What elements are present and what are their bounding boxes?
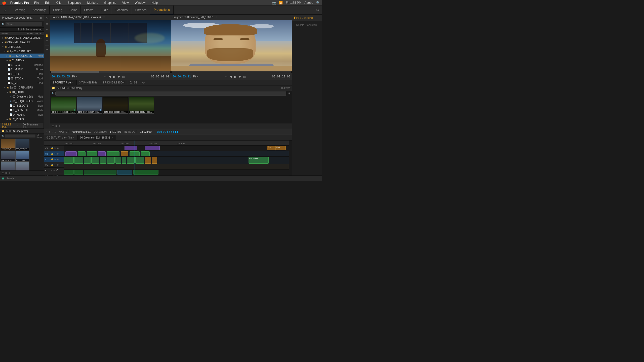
tree-channel-trailer[interactable]: ▣ CHANNEL TRAILER (0, 40, 44, 44)
tree-05-sfx-ep01[interactable]: 📄 05_SFX Fran (0, 72, 44, 76)
program-timebar[interactable] (172, 71, 291, 73)
pen-tool[interactable]: ✏ (45, 47, 50, 52)
tree-ep02[interactable]: ▣ Ep 02 - DREAMERS (0, 85, 44, 90)
icon-view-btn[interactable]: ⊞ (55, 125, 57, 127)
track-eye-v1b[interactable]: 👁 (54, 164, 56, 166)
clip-v1a-1[interactable] (64, 157, 74, 164)
track-solo-v2[interactable]: ◉ (57, 153, 59, 155)
lift-icon[interactable]: ↑ (46, 130, 47, 133)
tab-learning[interactable]: Learning (10, 6, 29, 14)
media-thumb-3[interactable]: C04B_C018_0101DL_001.mp4 (103, 97, 128, 114)
media-thumb-4[interactable]: C04B_C020_0101U4_001.mp4 (129, 97, 154, 114)
menu-file[interactable]: File (33, 1, 40, 5)
tree-02-selects-ep02[interactable]: 📄 02_SELECTS Dan (0, 103, 44, 108)
bins-thumb-5[interactable]: ABC_C021_010107_001.mp4 (1, 162, 15, 170)
track-solo-v3[interactable]: ◉ (57, 147, 59, 149)
tab-editing[interactable]: Editing (50, 6, 66, 14)
tab-2-forest-ride[interactable]: 2-FOREST Ride ✕ (50, 80, 77, 85)
media-thumb-1[interactable]: C04B_C009_01018D_001.mp4 (51, 97, 76, 114)
clip-a1-2[interactable] (74, 170, 83, 175)
tree-04-music-ep01[interactable]: 📄 04_MUSIC Bruce (0, 67, 44, 72)
clip-v1a-8[interactable] (122, 157, 126, 164)
source-monitor-menu[interactable]: ≡ (103, 16, 105, 19)
prog-rewind-btn[interactable]: ⏮ (224, 75, 228, 79)
apple-icon[interactable]: 🍎 (2, 1, 6, 5)
clip-v2-4[interactable] (98, 151, 106, 156)
clip-a1-5[interactable] (133, 170, 158, 175)
tree-04-music-ep02[interactable]: 📄 04_MUSIC Ivan (0, 112, 44, 117)
tree-ep01[interactable]: ▣ Ep 01 - CENTURY (0, 49, 44, 54)
clip-v1a-10[interactable] (135, 157, 144, 164)
ffwd-btn[interactable]: ⏭ (122, 75, 126, 79)
clip-v2-7[interactable] (130, 151, 140, 156)
clip-v3-1[interactable] (125, 146, 137, 150)
zoom-tool[interactable]: ⊕ (45, 21, 50, 26)
bins-thumb-2[interactable]: ABC_C017_0101Y_001.mp4 (15, 139, 29, 150)
clip-v1a-9[interactable] (127, 157, 135, 164)
project-search-input[interactable] (6, 22, 42, 26)
tab-assembly[interactable]: Assembly (29, 6, 50, 14)
clip-v2-1[interactable] (65, 151, 77, 156)
clip-v1a-4[interactable] (91, 157, 99, 164)
bins-list-view[interactable]: ☰ (2, 172, 4, 174)
select-tool[interactable]: ↖ (45, 16, 50, 21)
media-thumb-2[interactable]: C04B_C017_01010Y_001.mp4 (77, 97, 102, 114)
bins-tab-hills[interactable]: 1-HILLS Ride ✕ (0, 123, 21, 128)
menu-graphics[interactable]: Graphics (103, 1, 117, 5)
tree-01-sequences-ep01[interactable]: ▣ 01_SEQUENCES Matt (0, 54, 44, 58)
clip-v1a-12[interactable] (152, 157, 157, 164)
clip-v1a-3[interactable] (84, 157, 91, 164)
razor-tool[interactable]: ✂ (45, 27, 50, 32)
tab-effects[interactable]: Effects (80, 6, 97, 14)
sort-btn[interactable]: ↕ (59, 125, 60, 127)
track-lock-v2[interactable]: 🔒 (51, 153, 53, 155)
track-lock-v3[interactable]: 🔒 (51, 147, 53, 149)
search-icon[interactable]: 🔍 (316, 1, 320, 5)
clip-v2-2[interactable] (78, 151, 86, 156)
track-lock-v1[interactable]: 🔒 (51, 158, 53, 160)
clip-v2-5[interactable] (107, 151, 119, 156)
track-solo-v1b[interactable]: ◉ (57, 164, 59, 166)
timeline-tab-century[interactable]: 0-CENTURY short film ✕ (44, 135, 77, 140)
menu-clip[interactable]: Clip (55, 1, 63, 5)
bins-thumb-3[interactable]: ABC_C018_0101B_001.mp4 (1, 151, 15, 162)
tab-audio[interactable]: Audio (97, 6, 112, 14)
tab-productions[interactable]: Productions (150, 6, 173, 14)
media-view-toggle[interactable]: ⊞ (288, 92, 290, 95)
clip-a1-4[interactable] (117, 170, 132, 175)
tree-01-sequences-ep02[interactable]: ≡ 01_SEQUENCES Vivek (0, 99, 44, 103)
tab-close-icon[interactable]: ✕ (73, 137, 75, 139)
track-mute-a1[interactable]: 🎤 (55, 169, 58, 171)
tab-3-tunnel-ride[interactable]: 3-TUNNEL Ride (77, 80, 100, 85)
prog-play-btn[interactable]: ▶ (233, 74, 237, 79)
bins-tab-close[interactable]: ✕ (17, 125, 19, 127)
timeline-tab-dreamers[interactable]: 00 Dreamers_Edit_180831 ✕ (77, 135, 116, 140)
menu-edit[interactable]: Edit (44, 1, 51, 5)
track-lock-v1b[interactable]: 🔒 (51, 164, 53, 166)
clip-v1a-13[interactable]: A001C000 (249, 157, 269, 164)
menu-help[interactable]: Help (150, 1, 159, 5)
tree-03-gfx-edit-ep02[interactable]: 📄 03_GFX-EDIT Mitch (0, 108, 44, 112)
track-s-a1[interactable]: S (53, 169, 55, 171)
program-fit-dropdown-icon[interactable]: ▼ (197, 75, 199, 78)
rewind-btn[interactable]: ⏮ (103, 75, 107, 79)
tree-07-vo-ep01[interactable]: 📄 07_VO Todd (0, 81, 44, 85)
program-fit[interactable]: Fit (193, 75, 196, 78)
tree-01-edits-ep02[interactable]: ▣ 01_EDITS (0, 90, 44, 94)
track-solo-v1a[interactable]: ◉ (57, 158, 59, 160)
track-eye-v2[interactable]: 👁 (54, 153, 56, 155)
bins-tab-dreamers[interactable]: 00_Dreamers Edit (21, 123, 44, 128)
tree-03-gfx-ep01[interactable]: 📄 03_GFX Marjorie (0, 63, 44, 67)
tree-dreamers-edit[interactable]: ≡ 00_Dreamers Edit Matt (0, 94, 44, 99)
hand-tool[interactable]: ✋ (45, 33, 50, 38)
clip-v1a-11[interactable] (145, 157, 151, 164)
prog-step-fwd-btn[interactable]: ▶ (238, 74, 242, 79)
bins-thumb-4[interactable]: ABC_C020_0101A_001.mp4 (15, 151, 29, 162)
track-eye-v3[interactable]: 👁 (54, 147, 56, 149)
bins-sort[interactable]: ↕ (9, 172, 10, 174)
bins-search-input[interactable] (5, 134, 35, 138)
clip-v3-ora[interactable]: Ora (267, 146, 276, 150)
tab-4-riding-lesson[interactable]: 4-RIDING LESSON (100, 80, 127, 85)
clip-v1a-7[interactable] (115, 157, 121, 164)
tree-06-stock-ep01[interactable]: 📄 06_STOCK Todd (0, 76, 44, 81)
